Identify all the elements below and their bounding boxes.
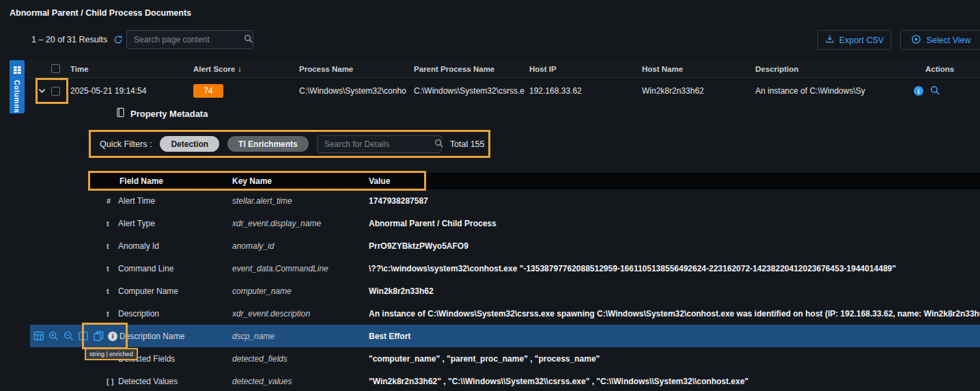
cell-host-name: Win2k8r2n33h62	[642, 86, 755, 96]
col-header-parent-process-name[interactable]: Parent Process Name	[414, 65, 529, 73]
search-icon	[434, 138, 443, 150]
filter-detection-button[interactable]: Detection	[160, 136, 219, 152]
col-header-time[interactable]: Time	[70, 65, 193, 73]
filter-ti-enrichments-button[interactable]: TI Enrichments	[227, 136, 309, 152]
table-header: Time Alert Score↓ Process Name Parent Pr…	[27, 60, 980, 78]
select-view-button[interactable]: Select View	[900, 30, 980, 50]
meta-row-command-line: tCommand Line event_data.CommandLine \??…	[89, 257, 980, 280]
view-icon	[911, 34, 921, 46]
quick-filters-label: Quick Filters :	[100, 139, 152, 149]
meta-row-detected-values: [ ]Detected Values detected_values "Win2…	[89, 370, 980, 391]
meta-col-field-name: Field Name	[89, 176, 232, 186]
add-to-table-icon[interactable]	[33, 331, 44, 342]
meta-row-computer-name: tComputer Name computer_name Win2k8r2n33…	[89, 280, 980, 302]
page-search-input[interactable]	[127, 35, 244, 44]
metadata-rows: #Alert Time stellar.alert_time 174793828…	[89, 189, 980, 391]
zoom-in-icon[interactable]	[48, 331, 59, 342]
cell-host-ip: 192.168.33.62	[529, 86, 642, 96]
row-search-icon[interactable]	[930, 85, 940, 97]
alert-score-badge: 74	[193, 84, 223, 98]
search-icon	[244, 33, 253, 46]
select-all-checkbox[interactable]	[51, 64, 60, 73]
meta-col-key-name: Key Name	[232, 176, 369, 186]
meta-row-alert-type: tAlert Type xdr_event.display_name Abnor…	[89, 212, 980, 234]
row-info-icon[interactable]: i	[914, 86, 923, 96]
meta-row-description: tDescription xdr_event.description An in…	[89, 302, 980, 325]
col-header-actions: Actions	[925, 65, 954, 73]
zoom-out-icon[interactable]	[63, 331, 74, 342]
meta-row-anomaly-id: tAnomaly Id anomaly_id PrrO9ZYBktzPWyo5A…	[89, 234, 980, 257]
results-summary: 1 – 20 of 31 Results	[31, 35, 123, 44]
refresh-icon[interactable]	[113, 35, 123, 44]
columns-tab-label: Columns	[13, 80, 21, 113]
string-type-icon: t	[107, 242, 118, 250]
field-info-icon[interactable]: i	[108, 332, 117, 341]
expand-chevron-icon[interactable]	[38, 88, 46, 94]
columns-tab[interactable]: Columns	[10, 60, 25, 113]
row-checkbox[interactable]	[51, 87, 60, 96]
field-type-tooltip: string | enriched	[85, 348, 138, 360]
app-window: Abnormal Parent / Child Process Document…	[0, 0, 980, 391]
string-type-icon: t	[107, 219, 118, 228]
string-type-icon: t	[107, 287, 118, 295]
details-search	[317, 135, 442, 153]
string-type-icon: t	[107, 310, 118, 318]
quick-filters-bar: Quick Filters : Detection TI Enrichments…	[89, 130, 490, 158]
meta-col-value: Value	[369, 176, 980, 186]
sort-desc-icon: ↓	[238, 65, 242, 73]
toggle-column-icon[interactable]	[78, 331, 89, 342]
col-header-description[interactable]: Description	[755, 65, 908, 73]
col-header-host-name[interactable]: Host Name	[642, 65, 755, 73]
download-icon	[825, 34, 835, 46]
property-metadata-title: Property Metadata	[116, 107, 208, 120]
copy-icon[interactable]	[93, 331, 104, 342]
metadata-table-header: Field Name Key Name Value	[89, 173, 980, 189]
details-search-input[interactable]	[318, 139, 434, 149]
col-header-host-ip[interactable]: Host IP	[529, 65, 642, 73]
cell-parent-process-name: C:\Windows\System32\csrss.e	[414, 86, 529, 96]
export-csv-button[interactable]: Export CSV	[817, 30, 891, 50]
total-count: Total 155	[450, 139, 485, 149]
cell-time: 2025-05-21 19:14:54	[70, 86, 193, 96]
col-header-alert-score[interactable]: Alert Score↓	[193, 65, 299, 73]
col-header-process-name[interactable]: Process Name	[299, 65, 414, 73]
meta-row-detected-fields: Detected Fields detected_fields "compute…	[89, 347, 980, 370]
select-view-label: Select View	[926, 36, 970, 45]
array-type-icon: [ ]	[107, 377, 118, 386]
cell-process-name: C:\Windows\System32\conho	[299, 86, 414, 96]
meta-row-description-name: i string | enriched Description Name dsc…	[30, 325, 980, 347]
grid-icon	[14, 64, 21, 77]
results-count-text: 1 – 20 of 31 Results	[31, 35, 107, 44]
book-icon	[116, 107, 125, 120]
string-type-icon: t	[107, 265, 118, 273]
cell-description: An instance of C:\Windows\Sy	[755, 86, 908, 96]
page-title: Abnormal Parent / Child Process Document…	[10, 8, 191, 18]
table-row: 2025-05-21 19:14:54 74 C:\Windows\System…	[27, 78, 980, 104]
export-csv-label: Export CSV	[839, 36, 884, 45]
meta-row-alert-time: #Alert Time stellar.alert_time 174793828…	[89, 189, 980, 212]
number-type-icon: #	[107, 197, 118, 205]
row-hover-actions: i	[33, 331, 117, 342]
page-search	[126, 30, 253, 49]
